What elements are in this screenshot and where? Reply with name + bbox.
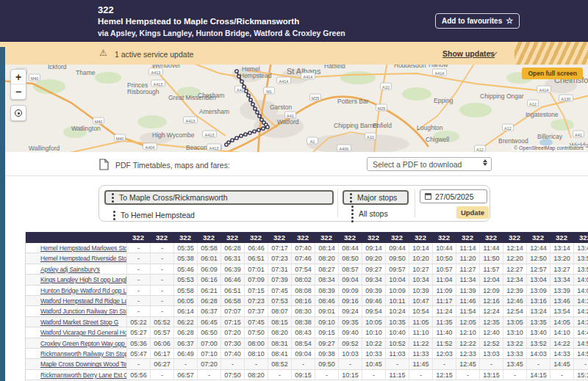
all-stops-icon: [351, 206, 354, 222]
road-shield-label: A41: [237, 88, 244, 92]
time-cell: 14:40: [573, 327, 588, 337]
timetable-row: Hemel Hempstead Riverside Stop 23--05:38…: [26, 253, 588, 264]
route-stop-marker: [235, 70, 238, 73]
time-cell: 10:20: [409, 253, 432, 263]
major-stops-option[interactable]: Major stops: [343, 190, 409, 205]
route-map[interactable]: IckfordThameWendoverPrincesRisboroughGre…: [5, 65, 588, 152]
map-place-label: Chipping Ongar: [480, 92, 524, 100]
time-cell: 11:15: [385, 370, 409, 380]
time-cell: 08:15: [268, 317, 291, 327]
add-to-favourites-button[interactable]: Add to favourites ☆: [435, 13, 520, 29]
time-cell: 05:58: [173, 286, 197, 295]
stop-link[interactable]: Hemel Hempstead Riverside Stop 23: [40, 255, 126, 262]
time-cell: 09:39: [362, 286, 385, 295]
time-cell: -: [150, 275, 173, 284]
time-cell: -: [432, 359, 456, 369]
time-cell: -: [150, 306, 173, 316]
time-cell: -: [173, 359, 197, 369]
time-cell: -: [150, 296, 173, 305]
time-cell: 05:46: [173, 264, 197, 274]
time-cell: 14:03: [526, 349, 550, 358]
locate-button[interactable]: [10, 105, 26, 121]
open-full-screen-button[interactable]: Open full screen: [522, 68, 583, 79]
stop-link[interactable]: Rickmansworth Railway Stn Stop B: [40, 350, 126, 358]
stop-link[interactable]: Watford Junction Railway Stn Stop 2: [40, 308, 126, 315]
pdf-icon: [99, 159, 109, 170]
route-stop-marker: [253, 130, 256, 133]
time-cell: 09:01: [315, 306, 338, 316]
time-cell: 06:39: [220, 264, 244, 274]
zoom-in-button[interactable]: +: [11, 70, 26, 84]
road-shield-label: A414: [435, 71, 445, 76]
direction-option-selected[interactable]: To Maple Cross/Rickmansworth: [104, 190, 334, 205]
stop-link[interactable]: Apsley adj Sainsbury's: [40, 266, 100, 273]
time-cell: 06:37: [197, 306, 220, 316]
locate-icon: [15, 109, 22, 117]
time-cell: 08:16: [291, 296, 315, 305]
route-stop-marker: [249, 98, 252, 101]
time-cell: 07:15: [220, 317, 244, 327]
pdf-select[interactable]: Select a PDF to download: [367, 157, 492, 171]
time-cell: -: [338, 359, 362, 369]
time-cell: 06:28: [197, 296, 220, 305]
time-cell: 13:10: [503, 327, 526, 337]
all-stops-option[interactable]: All stops: [344, 207, 395, 220]
route-stop-marker: [260, 118, 263, 121]
service-update-text: 1 active service update: [115, 50, 193, 59]
time-cell: 13:15: [479, 370, 503, 380]
map-zoom-control: + −: [10, 69, 26, 100]
stop-link[interactable]: Watford Hempstead Rd Ridge Lane: [40, 297, 126, 305]
timetable-row: Watford Hempstead Rd Ridge Lane--06:0506…: [26, 296, 588, 306]
road-shield-label: A414: [279, 79, 289, 84]
timetable-row: Kings Langley High St opp Langley Hill--…: [26, 275, 588, 285]
time-cell: 08:50: [338, 253, 362, 263]
timetable: 3223223223223223223223223223223223223223…: [25, 232, 588, 381]
direction-option-other[interactable]: To Hemel Hempstead: [106, 208, 202, 222]
update-button[interactable]: Update: [456, 206, 489, 219]
time-cell: 05:53: [173, 275, 197, 284]
time-cell: 07:54: [291, 264, 315, 274]
route-column-header: 322: [268, 232, 291, 243]
service-update-banner: ⚠ 1 active service update Show updates: [0, 42, 588, 65]
road-shield-label: A10: [382, 85, 390, 90]
pdf-bar-label: PDF Timetables, maps and fares:: [115, 161, 230, 170]
time-cell: 08:54: [291, 338, 315, 348]
time-cell: 10:34: [409, 275, 432, 284]
stop-link[interactable]: Croxley Green Repton Way opp Owens Way: [40, 340, 126, 347]
time-cell: 09:16: [338, 296, 362, 305]
time-cell: 11:39: [456, 286, 479, 295]
time-cell: 08:20: [244, 370, 268, 380]
all-stops-label: All stops: [359, 209, 388, 218]
pdf-bar: PDF Timetables, maps and fares: Select a…: [5, 152, 588, 176]
time-cell: 08:52: [268, 359, 291, 369]
show-updates-link[interactable]: Show updates: [442, 49, 495, 58]
date-input[interactable]: 27/05/2025: [420, 189, 487, 203]
time-cell: 11:27: [456, 264, 479, 274]
time-cell: 06:31: [220, 253, 244, 263]
route-number: 322: [98, 4, 114, 15]
time-cell: 13:27: [550, 264, 573, 274]
stop-link[interactable]: Maple Cross Downings Wood Terminus: [40, 360, 126, 368]
time-cell: 09:15: [291, 370, 315, 380]
time-cell: 05:47: [126, 349, 150, 358]
time-cell: 06:14: [173, 306, 197, 316]
stop-link[interactable]: Watford Market Street Stop G: [40, 319, 118, 326]
time-cell: 13:46: [550, 296, 573, 305]
stop-link[interactable]: Hemel Hempstead Marlowes Stop L: [40, 244, 126, 252]
time-cell: 10:50: [432, 253, 456, 263]
road-shield-label: M25: [378, 106, 386, 111]
time-cell: -: [291, 359, 315, 369]
direction-selected-label: To Maple Cross/Rickmansworth: [119, 193, 228, 202]
zoom-out-button[interactable]: −: [11, 84, 26, 99]
stop-link[interactable]: Rickmansworth Berry Lane Est Oakfield: [40, 371, 126, 379]
route-stop-marker: [248, 131, 251, 134]
time-cell: 14:33: [550, 349, 573, 358]
stop-link[interactable]: Hunton Bridge Watford Rd opp Langleybury…: [40, 287, 126, 294]
stop-link[interactable]: Watford Vicarage Rd General Hospital: [40, 329, 126, 336]
map-place-label: Potters Bar: [337, 98, 369, 105]
major-stops-icon: [350, 193, 352, 203]
time-cell: 11:17: [432, 296, 456, 305]
stop-link[interactable]: Kings Langley High St opp Langley Hill: [40, 276, 126, 283]
route-column-header: 322: [315, 232, 338, 243]
time-cell: 09:34: [362, 275, 385, 284]
